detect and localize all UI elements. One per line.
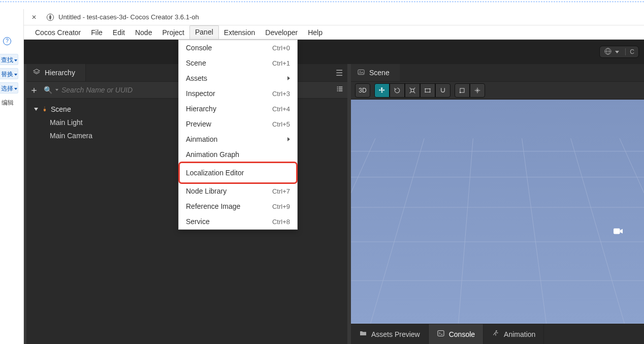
chevron-down-icon bbox=[14, 74, 17, 76]
menu-file[interactable]: File bbox=[86, 26, 108, 39]
svg-rect-34 bbox=[438, 331, 444, 336]
layers-icon bbox=[33, 68, 41, 78]
view-3d-label: 3D bbox=[359, 87, 366, 94]
menu-item-preview[interactable]: PreviewCtrl+5 bbox=[179, 116, 297, 132]
svg-rect-20 bbox=[351, 100, 644, 324]
help-icon[interactable]: ? bbox=[3, 37, 11, 45]
editor-top-strip: C bbox=[24, 40, 644, 64]
svg-rect-18 bbox=[460, 88, 464, 92]
panel-dropdown-menu: ConsoleCtrl+0 SceneCtrl+1 Assets Inspect… bbox=[178, 40, 298, 230]
folder-icon bbox=[359, 329, 367, 339]
title-bar: ✕ Untitled - test-cases-3d- Cocos Creato… bbox=[24, 9, 644, 25]
svg-rect-6 bbox=[337, 88, 338, 89]
host-edit-label: 编辑 bbox=[0, 99, 15, 107]
view-3d-button[interactable]: 3D bbox=[355, 83, 370, 98]
menu-item-assets[interactable]: Assets bbox=[179, 71, 297, 86]
menu-item-label: Ainmation bbox=[186, 135, 217, 143]
host-select-button[interactable]: 选择 bbox=[0, 82, 18, 93]
menu-item-shortcut: Ctrl+3 bbox=[272, 90, 290, 98]
menu-item-ainmation[interactable]: Ainmation bbox=[179, 132, 297, 147]
menu-node[interactable]: Node bbox=[130, 26, 157, 39]
menu-cocos-creator[interactable]: Cocos Creator bbox=[30, 26, 86, 39]
menu-extension[interactable]: Extension bbox=[219, 26, 260, 39]
menu-item-label: Preview bbox=[186, 120, 211, 128]
menu-item-animation-graph[interactable]: Animation Graph bbox=[179, 147, 297, 162]
rect-tool-button[interactable] bbox=[420, 83, 435, 98]
grid-floor bbox=[351, 100, 644, 324]
panel-menu-button[interactable]: ☰ bbox=[331, 68, 347, 78]
menu-item-service[interactable]: ServiceCtrl+8 bbox=[179, 214, 297, 229]
bottom-tab-bar: Assets Preview Console Animation bbox=[351, 324, 644, 344]
terminal-icon bbox=[437, 329, 445, 339]
host-replace-label: 替换 bbox=[1, 71, 13, 78]
move-tool-button[interactable] bbox=[374, 83, 390, 98]
tab-scene[interactable]: Scene bbox=[351, 64, 400, 81]
menu-item-inspector[interactable]: InspectorCtrl+3 bbox=[179, 86, 297, 101]
svg-point-35 bbox=[496, 330, 497, 332]
tab-assets-preview[interactable]: Assets Preview bbox=[351, 324, 429, 345]
scene-viewport[interactable] bbox=[351, 100, 644, 324]
menu-item-shortcut: Ctrl+1 bbox=[272, 59, 290, 67]
svg-rect-5 bbox=[339, 86, 342, 87]
menu-help[interactable]: Help bbox=[303, 26, 328, 39]
gizmo-local-button[interactable] bbox=[470, 83, 485, 98]
menu-edit[interactable]: Edit bbox=[108, 26, 130, 39]
menu-item-label: Node Library bbox=[186, 187, 227, 195]
bottom-tab-label: Console bbox=[449, 330, 475, 338]
menu-item-shortcut: Ctrl+0 bbox=[272, 44, 290, 52]
menu-item-shortcut: Ctrl+7 bbox=[272, 187, 290, 195]
tab-hierarchy[interactable]: Hierarchy bbox=[26, 64, 86, 81]
menu-project[interactable]: Project bbox=[157, 26, 189, 39]
menu-item-localization-editor[interactable]: Localization Editor bbox=[179, 162, 297, 183]
svg-rect-8 bbox=[337, 90, 338, 91]
menu-item-scene[interactable]: SceneCtrl+1 bbox=[179, 55, 297, 71]
menu-item-shortcut: Ctrl+4 bbox=[272, 105, 290, 113]
run-icon bbox=[492, 329, 500, 339]
chevron-down-icon bbox=[14, 59, 17, 61]
menu-item-label: Service bbox=[186, 217, 210, 226]
menu-item-hierarchy[interactable]: HierarchyCtrl+4 bbox=[179, 101, 297, 116]
hierarchy-tab-label: Hierarchy bbox=[45, 69, 75, 77]
snap-tool-button[interactable] bbox=[435, 83, 450, 98]
submenu-arrow-icon bbox=[287, 76, 290, 80]
svg-rect-7 bbox=[339, 88, 342, 89]
list-mode-button[interactable] bbox=[332, 85, 347, 95]
disclosure-triangle-icon[interactable] bbox=[34, 108, 38, 111]
bottom-tab-label: Animation bbox=[504, 330, 535, 338]
add-node-button[interactable]: ＋ bbox=[26, 84, 42, 96]
menu-item-shortcut: Ctrl+5 bbox=[272, 120, 290, 128]
window-close-button[interactable]: ✕ bbox=[24, 14, 44, 21]
menu-item-node-library[interactable]: Node LibraryCtrl+7 bbox=[179, 183, 297, 199]
menu-item-label: Localization Editor bbox=[186, 169, 244, 177]
menu-panel[interactable]: Panel bbox=[189, 25, 219, 39]
tab-console[interactable]: Console bbox=[429, 324, 484, 345]
menu-item-label: Animation Graph bbox=[186, 150, 239, 159]
globe-icon bbox=[604, 47, 612, 57]
preview-target-label: C bbox=[625, 48, 634, 55]
menu-item-label: Inspector bbox=[186, 89, 215, 98]
app-icon bbox=[46, 13, 54, 21]
image-icon bbox=[357, 68, 365, 78]
menu-developer[interactable]: Developer bbox=[260, 26, 303, 39]
scale-tool-button[interactable] bbox=[405, 83, 420, 98]
rotate-tool-button[interactable] bbox=[390, 83, 405, 98]
host-find-label: 查找 bbox=[1, 56, 13, 64]
tree-root-label: Scene bbox=[51, 105, 71, 113]
host-replace-button[interactable]: 替换 bbox=[0, 68, 18, 79]
tree-node-label: Main Light bbox=[50, 118, 83, 127]
menu-item-console[interactable]: ConsoleCtrl+0 bbox=[179, 40, 297, 55]
camera-gizmo-icon[interactable] bbox=[613, 227, 624, 238]
chevron-down-icon bbox=[615, 51, 619, 53]
menu-item-label: Console bbox=[186, 44, 212, 52]
gizmo-pivot-button[interactable] bbox=[455, 83, 470, 98]
workspace: C Hierarchy ☰ ＋ 🔍 bbox=[24, 40, 644, 344]
menu-item-reference-image[interactable]: Reference ImageCtrl+9 bbox=[179, 199, 297, 214]
host-find-button[interactable]: 查找 bbox=[0, 54, 18, 65]
svg-point-15 bbox=[430, 88, 431, 89]
svg-rect-33 bbox=[614, 229, 620, 234]
submenu-arrow-icon bbox=[287, 137, 290, 141]
preview-target-dropdown[interactable]: C bbox=[599, 46, 639, 58]
tab-animation[interactable]: Animation bbox=[484, 324, 544, 345]
scene-panel: Scene 3D bbox=[351, 64, 644, 324]
chevron-down-icon bbox=[14, 88, 17, 90]
